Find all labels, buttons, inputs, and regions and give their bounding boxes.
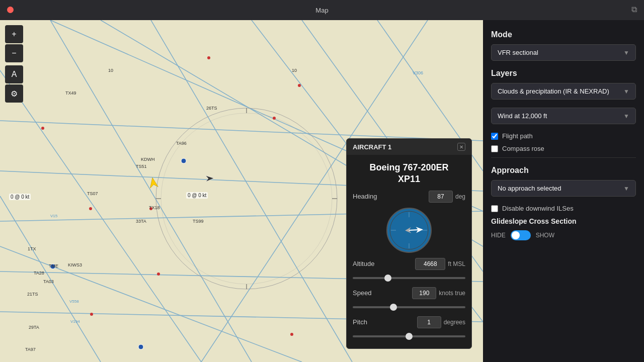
pitch-input-group: degrees <box>417 316 465 328</box>
layer2-dropdown[interactable]: Wind at 12,000 ft ▼ <box>491 108 636 124</box>
map-label-ta03: TA03 <box>43 279 54 284</box>
map-toolbar: + − A ⚙ <box>5 25 23 103</box>
speed-input[interactable] <box>412 287 436 299</box>
svg-point-28 <box>273 117 276 120</box>
map-area[interactable]: + − A ⚙ 0 @ 0 kt 0 @ 0 kt 10 10 26TS TX4… <box>0 20 483 362</box>
approach-dropdown[interactable]: No approach selected ▼ <box>491 180 636 197</box>
map-label-21ts: 21TS <box>27 292 38 297</box>
window-title: Map <box>315 7 328 14</box>
zoom-out-button[interactable]: − <box>5 44 23 62</box>
compass-rose-label: Compass rose <box>502 145 544 152</box>
zoom-in-button[interactable]: + <box>5 25 23 43</box>
pitch-slider-container <box>347 329 471 342</box>
speed-unit: knots true <box>439 290 465 297</box>
pitch-slider[interactable] <box>353 335 465 337</box>
flight-path-row: Flight path <box>491 132 636 140</box>
altitude-input-group: ft MSL <box>415 258 465 270</box>
heading-unit: deg <box>455 193 465 200</box>
svg-point-34 <box>207 56 210 59</box>
map-label-tx49: TX49 <box>65 90 76 96</box>
pitch-row: Pitch degrees <box>347 313 471 329</box>
map-label-10a: 10 <box>108 68 113 73</box>
altitude-label: Altitude <box>353 260 374 267</box>
mode-dropdown[interactable]: VFR sectional ▼ <box>491 44 636 61</box>
altitude-row: Altitude ft MSL <box>347 255 471 271</box>
map-label-ts07: TS07 <box>87 191 98 196</box>
map-label-1tx: 1TX <box>28 246 36 251</box>
pitch-unit: degrees <box>444 319 465 326</box>
aircraft-name: Boeing 767-200ERXP11 <box>347 155 471 188</box>
aircraft-panel: AIRCRAFT 1 ✕ Boeing 767-200ERXP11 Headin… <box>346 138 472 349</box>
mode-value: VFR sectional <box>498 49 538 56</box>
altitude-slider[interactable] <box>353 277 465 279</box>
glideslope-section: Glideslope Cross Section HIDE SHOW <box>491 217 636 240</box>
glideslope-title: Glideslope Cross Section <box>491 217 636 225</box>
map-label-tx18: TX18 <box>149 205 160 210</box>
map-label-ta97: TA97 <box>25 347 36 352</box>
map-label-ts51: TS51 <box>136 164 147 169</box>
heading-label: Heading <box>353 193 377 200</box>
layer1-dropdown-arrow: ▼ <box>623 88 629 95</box>
map-label-kdwh: KDWH <box>141 157 155 162</box>
map-label-tme: TME <box>49 263 58 268</box>
titlebar: Map ⧉ <box>0 0 644 20</box>
svg-point-27 <box>89 207 92 210</box>
aircraft-panel-title: AIRCRAFT 1 <box>353 143 391 151</box>
layer2-value: Wind at 12,000 ft <box>498 112 547 120</box>
right-panel: Mode VFR sectional ▼ Layers Clouds & pre… <box>483 20 644 362</box>
speed-label-2: 0 @ 0 kt <box>186 192 208 199</box>
compass-rose-checkbox[interactable] <box>491 145 498 152</box>
svg-point-35 <box>298 84 301 87</box>
svg-line-45 <box>409 230 418 230</box>
mode-dropdown-arrow: ▼ <box>623 49 629 56</box>
compass-rose-row: Compass rose <box>491 145 636 152</box>
altitude-input[interactable] <box>415 258 445 270</box>
disable-ils-label: Disable downwind ILSes <box>502 205 574 212</box>
speed-input-group: knots true <box>412 287 465 299</box>
map-label-29ta: 29TA <box>29 325 39 330</box>
svg-point-24 <box>138 344 143 349</box>
flight-path-checkbox[interactable] <box>491 133 498 140</box>
svg-point-32 <box>290 333 293 336</box>
layers-section-title: Layers <box>491 69 636 78</box>
altitude-unit: ft MSL <box>448 260 465 267</box>
approach-dropdown-arrow: ▼ <box>623 185 629 192</box>
heading-row: Heading deg <box>347 188 471 204</box>
airway-v15: V15 <box>50 214 57 218</box>
approach-section-title: Approach <box>491 166 636 175</box>
layer1-value: Clouds & precipitation (IR & NEXRAD) <box>498 87 609 95</box>
speed-label: Speed <box>353 289 372 297</box>
airway-v306: V306 <box>413 70 423 75</box>
mode-section-title: Mode <box>491 30 636 39</box>
glideslope-toggle-row: HIDE SHOW <box>491 230 636 240</box>
toggle-hide-label: HIDE <box>491 232 506 239</box>
speed-slider[interactable] <box>353 306 465 308</box>
settings-map-button[interactable]: ⚙ <box>5 84 23 103</box>
map-label-kiws3: KIWS3 <box>68 262 82 267</box>
disable-ils-checkbox[interactable] <box>491 205 498 212</box>
glideslope-toggle[interactable] <box>511 230 531 240</box>
pitch-input[interactable] <box>417 316 441 328</box>
map-label-ta28: TA28 <box>34 270 44 276</box>
close-button[interactable] <box>7 7 14 13</box>
layer1-dropdown[interactable]: Clouds & precipitation (IR & NEXRAD) ▼ <box>491 83 636 100</box>
expand-icon[interactable]: ⧉ <box>631 5 637 14</box>
svg-point-31 <box>90 313 93 316</box>
speed-slider-container <box>347 300 471 313</box>
approach-value: No approach selected <box>498 185 561 192</box>
svg-point-26 <box>41 127 44 130</box>
airway-v558: V558 <box>69 299 79 304</box>
aircraft-panel-close[interactable]: ✕ <box>457 143 465 151</box>
map-label-ts99: TS99 <box>193 219 204 224</box>
approach-section: Approach No approach selected ▼ Disable … <box>491 166 636 240</box>
main-layout: + − A ⚙ 0 @ 0 kt 0 @ 0 kt 10 10 26TS TX4… <box>0 20 644 362</box>
speed-label-1: 0 @ 0 kt <box>9 194 31 200</box>
heading-dial-container <box>347 204 471 255</box>
airway-v194: V194 <box>70 319 80 324</box>
heading-input[interactable] <box>429 191 453 203</box>
altitude-slider-container <box>347 271 471 284</box>
heading-dial[interactable] <box>386 208 432 253</box>
aircraft-panel-header: AIRCRAFT 1 ✕ <box>347 139 471 155</box>
waypoint-button[interactable]: A <box>5 65 23 83</box>
svg-point-23 <box>181 158 186 163</box>
